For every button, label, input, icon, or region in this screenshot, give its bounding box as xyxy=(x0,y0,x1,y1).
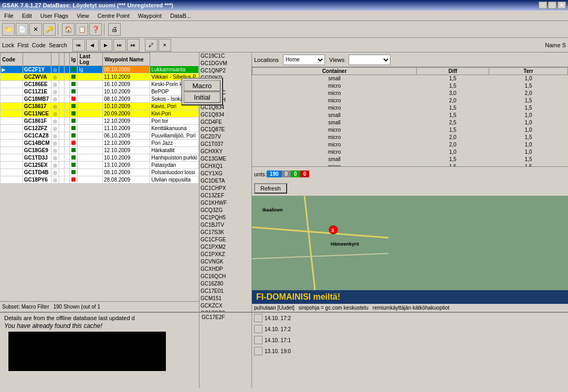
gc-id-item[interactable]: GC1DGVM xyxy=(199,60,251,67)
toolbar-btn-3[interactable]: ✕ xyxy=(29,23,42,36)
toolbar-btn-5[interactable]: 🏠 xyxy=(62,23,75,36)
refresh-button[interactable]: Refresh xyxy=(254,183,287,194)
gc-id-item[interactable]: GCHXQ1 xyxy=(199,163,251,170)
gc-id-item[interactable]: GCKZCX xyxy=(199,302,251,310)
table-row[interactable]: GC14BCM◎12.10.2009Pori Jazz xyxy=(1,140,199,147)
checkbox-cell[interactable] xyxy=(65,147,69,154)
gc-id-item[interactable]: GC1KHWF xyxy=(199,199,251,207)
gc-id-item[interactable]: GC1PXKZ xyxy=(199,251,251,258)
list-item[interactable]: 14.10. 17:2 xyxy=(252,313,568,324)
checkbox-cell[interactable] xyxy=(65,103,69,110)
bottom-gc-list[interactable]: GC17E2F xyxy=(199,313,252,388)
table-row[interactable]: GC1CAZ8◎06.10.2009Puuvillamiljöö, Pori xyxy=(1,132,199,140)
menu-edit[interactable]: Edit xyxy=(20,12,34,20)
gc-id-item[interactable]: GCXHDP xyxy=(199,266,251,273)
checkbox-cell[interactable] xyxy=(65,66,69,73)
gc-id-item[interactable]: GC1CFGE xyxy=(199,236,251,243)
menu-file[interactable]: File xyxy=(2,12,16,20)
cache-table[interactable]: Code lg Last Log Waypoint Name ▶GCZF1Y◎l… xyxy=(0,52,199,301)
gc-id-item[interactable]: GC1PQH5 xyxy=(199,214,251,221)
table-row[interactable]: GC1TD4B◎08.10.2009Polsanluodon lossi xyxy=(1,169,199,176)
minimize-button[interactable]: ─ xyxy=(539,2,547,9)
table-row[interactable]: GC1861F◎12.10.2009Pori tor xyxy=(1,118,199,125)
gc-id-item[interactable]: GC13ZEF xyxy=(199,192,251,199)
gc-id-item[interactable]: GCHXKY xyxy=(199,148,251,155)
highlight-btn[interactable]: 🖍 xyxy=(145,39,157,51)
gc-id-item[interactable]: GC16Z80 xyxy=(199,280,251,288)
map-area[interactable]: Ikaalinen Hämeenkyrö 3 xyxy=(252,196,568,290)
checkbox-cell[interactable] xyxy=(65,96,69,103)
gc-id-item[interactable]: GC1CHPX xyxy=(199,185,251,192)
play-end-btn[interactable]: ⏭ xyxy=(127,39,140,51)
table-row[interactable]: GC12ZFZ◎11.10.2009Kenttäkanuuna xyxy=(1,125,199,132)
gc-id-item[interactable]: GCM151 xyxy=(199,295,251,302)
gc-id-item[interactable]: GC17E01 xyxy=(199,288,251,295)
list-item[interactable]: 14.10. 17:2 xyxy=(252,324,568,335)
table-row[interactable]: GC11Z1E◎10.10.2009BePOP xyxy=(1,88,199,96)
gc-id-item[interactable]: GCQ3ZG xyxy=(199,207,251,214)
menu-view[interactable]: View xyxy=(75,12,91,20)
checkbox-cell[interactable] xyxy=(65,73,69,81)
gc-id-item[interactable]: GC17S3K xyxy=(199,229,251,236)
toolbar-btn-8[interactable]: 🖨 xyxy=(108,23,121,36)
play-prev-btn[interactable]: ◀ xyxy=(86,39,99,51)
toolbar-btn-1[interactable]: 📁 xyxy=(2,23,15,36)
gc-id-item[interactable]: GC17QR2 xyxy=(199,310,251,312)
gc-id-item[interactable]: GC19C1C xyxy=(199,52,251,60)
menu-waypoint[interactable]: Waypoint xyxy=(136,12,164,20)
close-button[interactable]: ✕ xyxy=(558,2,566,9)
checkbox-cell[interactable] xyxy=(65,132,69,140)
gc-id-item[interactable]: GC1PXM2 xyxy=(199,243,251,251)
table-row[interactable]: GC186EE◎16.10.2009Keski-Porin kirkko xyxy=(1,81,199,88)
clear-btn[interactable]: ✕ xyxy=(159,39,171,51)
table-row[interactable]: GC125EX◎13.10.2009Patasydan xyxy=(1,162,199,169)
table-row[interactable]: ▶GCZF1Y◎lg06.10.2009Lukkamnsanta xyxy=(1,66,199,73)
checkbox-cell[interactable] xyxy=(65,110,69,118)
gc-id-item[interactable]: GC1Q834 xyxy=(199,111,251,119)
table-row[interactable]: GC1TD3J◎10.10.2009Hanhipuiston purkki xyxy=(1,154,199,162)
menu-centre-point[interactable]: Centre Point xyxy=(96,12,132,20)
gc-id-item[interactable]: GCVNGK xyxy=(199,258,251,266)
checkbox-cell[interactable] xyxy=(65,154,69,162)
checkbox-cell[interactable] xyxy=(65,118,69,125)
gc-id-item[interactable]: GC1T037 xyxy=(199,141,251,148)
checkbox-cell[interactable] xyxy=(65,140,69,147)
play-btn[interactable]: ▶ xyxy=(100,39,112,51)
locations-select[interactable]: Home xyxy=(283,55,325,65)
list-item[interactable]: 14.10. 17:1 xyxy=(252,335,568,346)
toolbar-btn-7[interactable]: ❓ xyxy=(89,23,102,36)
gc-id-item[interactable]: GC1BJTV xyxy=(199,221,251,229)
toolbar-btn-2[interactable]: 📄 xyxy=(16,23,28,36)
checkbox-cell[interactable] xyxy=(65,88,69,96)
gc-id-item[interactable]: GC1Q87E xyxy=(199,126,251,133)
play-ff-btn[interactable]: ⏭ xyxy=(113,39,126,51)
macro-button[interactable]: Macro xyxy=(184,80,220,91)
gc-id-item[interactable]: GC1DETA xyxy=(199,177,251,185)
checkbox-cell[interactable] xyxy=(65,162,69,169)
checkbox-cell[interactable] xyxy=(65,81,69,88)
menu-database[interactable]: DataB... xyxy=(168,12,193,20)
gc-id-item[interactable]: GC16QCH xyxy=(199,273,251,280)
table-row[interactable]: GC11NCE◎20.09.2009Kivi-Pori xyxy=(1,110,199,118)
gc-id-item[interactable]: GCZ07V xyxy=(199,133,251,141)
checkbox-cell[interactable] xyxy=(65,125,69,132)
initial-button[interactable]: Initial xyxy=(184,92,220,103)
gc-id-item[interactable]: GCD4FE xyxy=(199,119,251,126)
table-row[interactable]: GC18GE9◎12.10.2009Härkatallit xyxy=(1,147,199,154)
toolbar-btn-4[interactable]: 🔑 xyxy=(43,23,56,36)
play-back-btn[interactable]: ⏮ xyxy=(72,39,85,51)
table-row[interactable]: GCZWVA◎11.10.2009Viikkari - Sibelius P xyxy=(1,73,199,81)
table-row[interactable]: GC18PY6◎28.08.2009Ulvilan nippusilta xyxy=(1,176,199,184)
checkbox-cell[interactable] xyxy=(65,169,69,176)
table-row[interactable]: GC18617◎10.10.2009Kavis, Pori xyxy=(1,103,199,110)
menu-user-flags[interactable]: User Flags xyxy=(38,12,70,20)
checkbox-cell[interactable] xyxy=(65,176,69,184)
list-item[interactable]: 13.10. 19:0 xyxy=(252,346,568,357)
toolbar-btn-6[interactable]: 📋 xyxy=(76,23,88,36)
gc-id-item[interactable]: GC1QNP2 xyxy=(199,67,251,75)
gc-id-item[interactable]: GCY1XG xyxy=(199,170,251,177)
table-row[interactable]: GC18MB7◎08.10.2009Sokos - Isokarhu xyxy=(1,96,199,103)
right-table[interactable]: Container Diff Terr small1,51,0micro1,51… xyxy=(252,67,568,166)
gc-id-item[interactable]: GC13GME xyxy=(199,155,251,163)
maximize-button[interactable]: □ xyxy=(548,2,556,9)
